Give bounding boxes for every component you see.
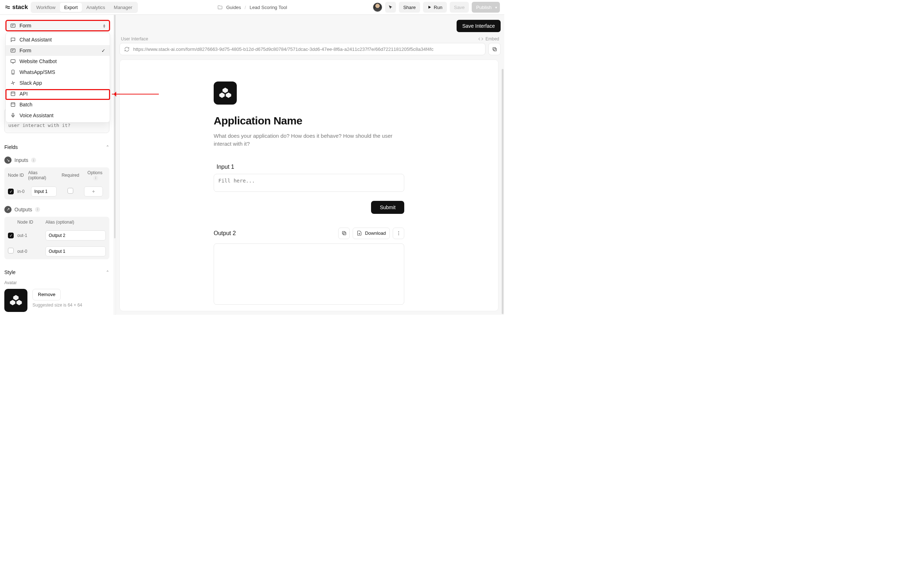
breadcrumb-sep: / bbox=[245, 5, 246, 10]
tab-workflow[interactable]: Workflow bbox=[32, 3, 60, 12]
copy-output-button[interactable] bbox=[338, 227, 350, 239]
avatar-preview bbox=[4, 289, 27, 312]
svg-point-11 bbox=[13, 73, 13, 74]
output-enable-checkbox[interactable] bbox=[8, 248, 14, 253]
input-required-checkbox[interactable] bbox=[68, 188, 73, 193]
info-icon[interactable]: i bbox=[93, 176, 98, 181]
dropdown-item-form[interactable]: Form ✓ bbox=[6, 45, 110, 56]
chatbot-icon bbox=[10, 58, 16, 64]
svg-point-5 bbox=[398, 233, 399, 234]
tab-manager[interactable]: Manager bbox=[109, 3, 136, 12]
tab-export[interactable]: Export bbox=[60, 3, 82, 12]
dropdown-item-voice-assistant[interactable]: Voice Assistant bbox=[6, 110, 110, 121]
dropdown-item-batch[interactable]: Batch bbox=[6, 99, 110, 110]
share-button[interactable]: Share bbox=[399, 2, 420, 13]
check-icon: ✓ bbox=[102, 48, 105, 53]
breadcrumb-item[interactable]: Lead Scoring Tool bbox=[249, 5, 287, 10]
svg-rect-9 bbox=[11, 60, 15, 62]
run-button[interactable]: Run bbox=[423, 2, 447, 13]
output2-label: Output 2 bbox=[214, 230, 236, 237]
input-alias-field[interactable] bbox=[31, 187, 57, 197]
url-field[interactable]: https://www.stack-ai.com/form/d8276663-9… bbox=[120, 43, 485, 55]
svg-rect-1 bbox=[493, 47, 496, 50]
code-icon bbox=[478, 36, 483, 42]
input-node-id: in-0 bbox=[17, 189, 28, 194]
dropdown-item-slack-app[interactable]: Slack App bbox=[6, 77, 110, 89]
avatar-remove-button[interactable]: Remove bbox=[32, 289, 61, 300]
user-avatar[interactable] bbox=[373, 3, 382, 12]
copy-url-button[interactable] bbox=[488, 43, 501, 55]
inputs-table: Node ID Alias (optional) Required Option… bbox=[4, 167, 109, 200]
play-icon bbox=[427, 5, 432, 10]
cursor-mode-button[interactable] bbox=[385, 2, 396, 13]
inputs-col-node: Node ID bbox=[8, 173, 25, 178]
download-button[interactable]: Download bbox=[353, 227, 390, 239]
chat-icon bbox=[10, 37, 16, 43]
dropdown-item-api[interactable]: API bbox=[6, 89, 110, 99]
interface-type-dropdown: Chat Assistant Form ✓ Website Chatbot Wh… bbox=[5, 32, 110, 122]
inputs-subheader: ↘ Inputs i bbox=[4, 156, 109, 164]
input-options-add-button[interactable]: ＋ bbox=[84, 187, 103, 197]
form-preview: Application Name What does your applicat… bbox=[120, 60, 498, 311]
input-enable-checkbox[interactable]: ✓ bbox=[8, 189, 14, 194]
form-description: What does your application do? How does … bbox=[214, 132, 401, 148]
style-section-header[interactable]: Style ⌃ bbox=[4, 269, 109, 275]
inputs-col-required: Required bbox=[60, 173, 81, 178]
chevron-down-icon: ▾ bbox=[495, 5, 497, 10]
svg-rect-3 bbox=[342, 232, 345, 234]
preview-scrollbar[interactable] bbox=[502, 69, 504, 314]
svg-rect-12 bbox=[11, 92, 15, 96]
embed-link[interactable]: Embed bbox=[485, 36, 499, 42]
output-node-id: out-0 bbox=[17, 249, 43, 254]
outputs-col-alias: Alias (optional) bbox=[45, 220, 106, 225]
dropdown-item-whatsapp-sms[interactable]: WhatsApp/SMS bbox=[6, 67, 110, 77]
nav-tabs: Workflow Export Analytics Manager bbox=[31, 2, 137, 13]
interface-type-selector[interactable]: Form ▴▾ bbox=[5, 20, 110, 31]
chevron-updown-icon: ▴▾ bbox=[103, 23, 105, 28]
info-icon[interactable]: i bbox=[31, 158, 36, 163]
form-icon bbox=[10, 23, 16, 29]
fields-section-header[interactable]: Fields ⌃ bbox=[4, 144, 109, 150]
url-text: https://www.stack-ai.com/form/d8276663-9… bbox=[133, 47, 433, 52]
info-icon[interactable]: i bbox=[35, 207, 40, 212]
inputs-col-alias: Alias (optional) bbox=[28, 170, 57, 180]
svg-rect-14 bbox=[12, 113, 14, 116]
outputs-table: Node ID Alias (optional) ✓ out-1 out-0 bbox=[4, 217, 109, 259]
inputs-col-options: Options i bbox=[84, 170, 106, 181]
output-alias-field[interactable] bbox=[45, 246, 106, 256]
publish-button[interactable]: Publish ▾ bbox=[472, 2, 500, 13]
refresh-icon[interactable] bbox=[124, 47, 129, 52]
svg-rect-13 bbox=[11, 103, 15, 107]
kebab-icon bbox=[396, 230, 401, 236]
save-button[interactable]: Save bbox=[450, 2, 469, 13]
output-enable-checkbox[interactable]: ✓ bbox=[8, 233, 14, 239]
app-header: stack Workflow Export Analytics Manager … bbox=[0, 0, 504, 15]
output-alias-field[interactable] bbox=[45, 230, 106, 240]
dropdown-item-website-chatbot[interactable]: Website Chatbot bbox=[6, 56, 110, 67]
logo-text: stack bbox=[12, 3, 28, 11]
submit-button[interactable]: Submit bbox=[371, 201, 404, 214]
cursor-icon bbox=[388, 5, 393, 10]
slack-icon bbox=[10, 80, 16, 86]
input1-textarea[interactable] bbox=[214, 174, 404, 192]
copy-icon bbox=[341, 230, 347, 236]
dropdown-item-chat-assistant[interactable]: Chat Assistant bbox=[6, 34, 110, 45]
api-icon bbox=[10, 91, 16, 97]
outputs-table-row: out-0 bbox=[4, 243, 109, 259]
main-panel: Save Interface User Interface Embed http… bbox=[116, 15, 504, 315]
avatar-size-hint: Suggested size is 64 × 64 bbox=[32, 303, 82, 308]
download-icon bbox=[357, 230, 362, 236]
cubes-icon bbox=[219, 87, 232, 100]
outputs-badge-icon: ↗ bbox=[4, 206, 11, 213]
voice-icon bbox=[10, 113, 16, 118]
output-more-button[interactable] bbox=[393, 227, 404, 239]
cubes-icon bbox=[10, 294, 23, 307]
logo-icon bbox=[4, 4, 11, 10]
ui-section-label: User Interface bbox=[121, 36, 148, 42]
tab-analytics[interactable]: Analytics bbox=[82, 3, 109, 12]
outputs-subheader: ↗ Outputs i bbox=[4, 206, 109, 213]
form-title: Application Name bbox=[214, 115, 404, 127]
breadcrumb-folder[interactable]: Guides bbox=[226, 5, 241, 10]
avatar-label: Avatar bbox=[4, 280, 109, 285]
save-interface-button[interactable]: Save Interface bbox=[457, 20, 501, 32]
